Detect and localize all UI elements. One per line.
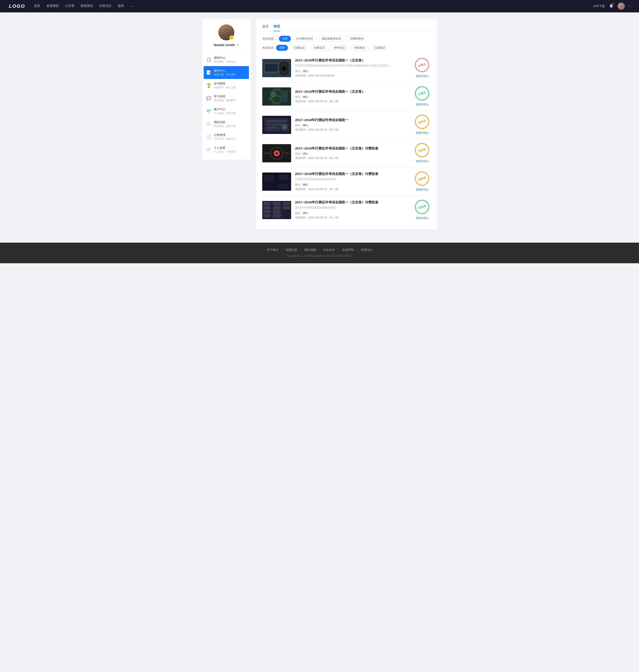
score-label-4: 得分： <box>295 152 303 155</box>
status-filter-row: 考试状态 全部 已通过(2) 未通过(2) 待考试(2) 待批阅(2) 已批阅(… <box>262 45 431 51</box>
sidebar-item-cert[interactable]: 🏆 证书荣誉 收获荣誉、持证上岗 <box>202 79 251 92</box>
score-value-2: 99 <box>303 95 306 98</box>
svg-rect-46 <box>273 214 280 217</box>
footer-link-recruit[interactable]: 招贤纳士 <box>357 248 376 252</box>
profile-edit-icon[interactable]: ✏ <box>236 44 239 47</box>
footer-link-agency[interactable]: 加盟代理 <box>282 248 301 252</box>
app-download-btn[interactable]: APP下载 <box>593 4 605 8</box>
exam-view-btn-6[interactable]: 查看详情 ❯ <box>416 216 428 220</box>
nav-bank[interactable]: 题库 <box>118 4 124 9</box>
score-label-6: 得分： <box>295 212 303 215</box>
exam-info-5: 2017–2018年行测证件考试全国统一（北京卷）付费批卷 2018年行测考试是… <box>295 172 409 191</box>
footer-link-disclaimer[interactable]: 免责声明 <box>339 248 357 252</box>
user-menu-chevron[interactable]: ▾ <box>629 5 630 8</box>
exam-status-area-3: 待考试 查看详情 ❯ <box>413 115 431 135</box>
exam-time-row-4: 考试时间：2019–05–03 10：09：09 <box>295 156 409 160</box>
message-title: 我的消息 <box>214 120 246 124</box>
type-filter-paid[interactable]: 付费批卷(6) <box>346 36 367 42</box>
score-suffix-3: 分 <box>306 124 309 127</box>
exam-score-row-2: 得分：99分 <box>295 95 409 99</box>
sidebar-item-course[interactable]: 📋 课程中心 精彩课程、不容错过 <box>202 53 251 66</box>
svg-rect-42 <box>263 214 270 217</box>
footer-link-about[interactable]: 关于我们 <box>263 248 282 252</box>
course-subtitle: 精彩课程、不容错过 <box>214 60 246 63</box>
qa-subtitle: 课后重温、疑难解答 <box>214 99 246 102</box>
status-filter-passed[interactable]: 已通过(2) <box>290 45 308 51</box>
svg-rect-45 <box>273 210 280 213</box>
bank-text: 题库中心 海量习题、助力通关 <box>214 69 246 76</box>
exam-status-area-6: 已批阅 查看详情 ❯ <box>413 200 431 220</box>
exam-status-area-1: 未通过 查看详情 ❯ <box>413 58 431 78</box>
logo: LOGO <box>9 3 25 9</box>
time-value-3: 2019–05–03 10：09：09 <box>308 128 338 131</box>
exam-stamp-1: 未通过 <box>414 56 431 74</box>
sidebar-item-settings[interactable]: ⚙ 个人设置 个人信息、一键管理 <box>202 143 251 156</box>
settings-icon: ⚙ <box>206 147 211 152</box>
exam-score-row-1: 得分：25分 <box>295 69 409 73</box>
nav-qa[interactable]: 问答社区 <box>99 4 112 9</box>
nav-discover[interactable]: 发现课程 <box>46 4 59 9</box>
status-filter-reviewed[interactable]: 已批阅(2) <box>371 45 389 51</box>
notification-bell[interactable] <box>609 3 614 9</box>
score-label-3: 得分： <box>295 124 303 127</box>
time-value-1: 2019–05–03 10:09:09 <box>308 74 334 77</box>
exam-time-row-5: 考试时间：2019–05–03 10：09：09 <box>295 188 409 191</box>
svg-rect-39 <box>263 202 270 205</box>
svg-rect-18 <box>283 126 286 128</box>
tab-bank[interactable]: 题库 <box>262 25 269 31</box>
sidebar-item-message[interactable]: 🗨 我的消息 消息通知、及时了解 <box>202 117 251 130</box>
footer-link-sitemap[interactable]: 网站地图 <box>301 248 320 252</box>
type-filter-cert[interactable]: 证书类考试(4) <box>293 36 316 42</box>
user-avatar[interactable] <box>618 3 625 10</box>
cert-text: 证书荣誉 收获荣誉、持证上岗 <box>214 82 246 89</box>
status-filter-pending[interactable]: 待考试(2) <box>330 45 348 51</box>
exam-view-btn-2[interactable]: 查看详情 ❯ <box>416 103 428 107</box>
sidebar-item-qa[interactable]: 💬 学习问答 课后重温、疑难解答 <box>202 92 251 105</box>
sidebar-item-order[interactable]: 📄 订单管理 订单支出、明明白白 <box>202 130 251 143</box>
score-suffix-4: 分 <box>306 152 309 155</box>
status-filter-review[interactable]: 待批阅(2) <box>350 45 369 51</box>
exam-item-5: 2017–2018年行测证件考试全国统一（北京卷）付费批卷 2018年行测考试是… <box>262 167 431 196</box>
tab-exam[interactable]: 考试 <box>274 25 280 31</box>
type-filter-row: 考试类型： 全部 证书类考试(4) 随机抽题考试(5) 付费批卷(6) <box>262 36 431 42</box>
sidebar-item-bank[interactable]: 📝 题库中心 海量习题、助力通关 <box>204 66 249 79</box>
nav-home[interactable]: 首页 <box>34 4 40 9</box>
nav-public[interactable]: 公开课 <box>65 4 74 9</box>
status-filter-label: 考试状态 <box>262 46 274 50</box>
exam-thumb-3 <box>262 116 291 134</box>
sidebar-item-account[interactable]: 💎 账户中心 个人权益、实时掌握 <box>202 105 251 117</box>
type-filter-all[interactable]: 全部 <box>279 36 291 42</box>
footer: 关于我们 加盟代理 网站地图 合作伙伴 免责声明 招贤纳士 Copyright©… <box>0 243 639 263</box>
exam-view-btn-1[interactable]: 查看详情 ❯ <box>416 74 428 78</box>
status-filter-failed[interactable]: 未通过(2) <box>310 45 328 51</box>
status-filter-all[interactable]: 全部 <box>276 45 288 51</box>
account-icon: 💎 <box>206 109 211 114</box>
type-filter-random[interactable]: 随机抽题考试(5) <box>318 36 345 42</box>
exam-view-btn-4[interactable]: 查看详情 ❯ <box>416 159 428 163</box>
score-label-5: 得分： <box>295 183 303 186</box>
avatar-image <box>618 3 625 10</box>
score-label-2: 得分： <box>295 95 303 98</box>
message-icon: 🗨 <box>206 122 211 126</box>
exam-desc-5: 2018年行测考试是最值得多去研究 <box>295 177 409 181</box>
order-title: 订单管理 <box>214 133 246 137</box>
exam-view-btn-5[interactable]: 查看详情 ❯ <box>416 188 428 192</box>
footer-link-partner[interactable]: 合作伙伴 <box>320 248 339 252</box>
svg-rect-25 <box>263 153 269 154</box>
settings-title: 个人设置 <box>214 146 246 150</box>
exam-info-6: 2017–2018年行测证件考试全国统一（北京卷）付费批卷 2018年行测考试是… <box>295 200 409 220</box>
cert-title: 证书荣誉 <box>214 82 246 85</box>
score-suffix-6: 分 <box>306 212 309 215</box>
message-subtitle: 消息通知、及时了解 <box>214 124 246 128</box>
svg-rect-33 <box>279 175 289 180</box>
exam-view-btn-3[interactable]: 查看详情 ❯ <box>416 131 428 135</box>
nav-news[interactable]: 新闻资讯 <box>80 4 93 9</box>
exam-info-4: 2017–2018年行测证件考试全国统一（北京卷）付费批卷 得分：25分 考试时… <box>295 146 409 160</box>
score-suffix-1: 分 <box>306 70 309 73</box>
footer-copyright: Copyright© 云朵商学院 版权所有 京ICP备17051340号–1 <box>9 254 630 258</box>
bank-title: 题库中心 <box>214 69 246 73</box>
bank-subtitle: 海量习题、助力通关 <box>214 73 246 76</box>
svg-rect-44 <box>273 206 280 209</box>
nav-more[interactable]: ··· <box>130 4 135 9</box>
svg-rect-15 <box>267 124 282 126</box>
